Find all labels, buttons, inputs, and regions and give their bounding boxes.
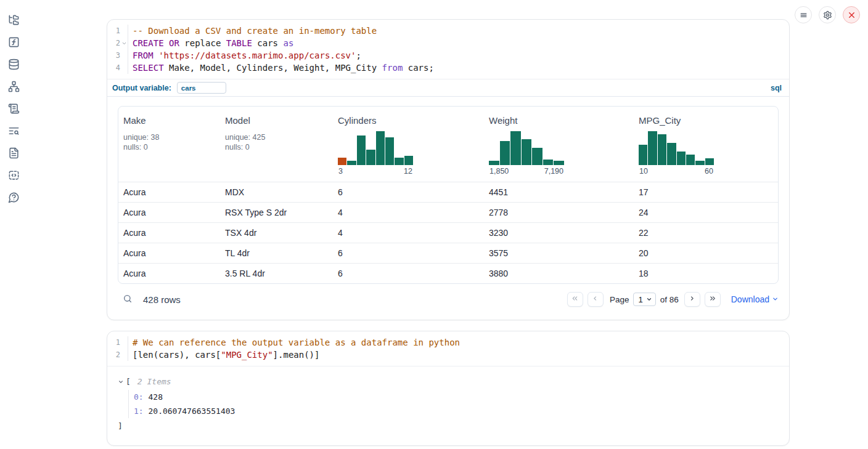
settings-icon [823,10,832,20]
table-cell: 20 [634,248,779,258]
table-row[interactable]: AcuraTL 4dr6357520 [118,243,778,263]
table-cell: TSX 4dr [220,228,333,238]
code-text: -- Download a CSV and create an in-memor… [128,25,789,37]
sidebar-function-square-button[interactable] [7,36,20,48]
table-body: AcuraMDX6445117AcuraRSX Type S 2dr427782… [118,182,778,283]
table-cell: 4 [333,228,484,238]
code-text: FROM 'https://datasets.marimo.app/cars.c… [128,49,789,62]
fold-chevron-icon[interactable] [120,37,128,49]
table-cell: Acura [118,208,220,217]
table-column-header: Makeunique: 38nulls: 0 [118,107,220,182]
column-header-cylinders[interactable]: Cylinders [338,115,479,126]
column-histogram: 312 [338,131,413,176]
chevron-down-icon [772,294,779,304]
line-number: 1 [107,336,120,349]
file-text-icon [8,147,20,159]
sidebar-snippet-code-button[interactable] [7,169,20,181]
histogram-bar [489,161,499,165]
table-row[interactable]: Acura3.5 RL 4dr6388018 [118,263,778,283]
histogram-bar [395,158,403,165]
settings-button[interactable] [819,6,836,23]
histogram-bar [667,143,676,165]
output-variable-input[interactable] [177,82,226,94]
sidebar-text-search-button[interactable] [7,124,20,137]
table-row[interactable]: AcuraRSX Type S 2dr4277824 [118,202,778,222]
table-cell: 17 [634,187,779,197]
fold-gutter [120,349,128,361]
function-square-icon [8,36,20,48]
first-page-button[interactable] [567,292,583,307]
page-select-value: 1 [638,295,642,304]
close-bracket: ] [118,419,779,433]
text-search-icon [8,125,20,137]
histogram-min-label: 1,850 [489,167,509,176]
row-count: 428 rows [143,294,181,305]
next-page-button[interactable] [684,292,700,307]
list-items: 0: 4281: 20.060747663551403 [128,390,779,418]
code-line: 3FROM 'https://datasets.marimo.app/cars.… [107,49,789,62]
shutdown-button[interactable] [843,6,860,23]
menu-icon [799,10,808,20]
sidebar-scroll-text-button[interactable] [7,102,20,115]
scroll-text-icon [8,103,20,115]
sidebar-network-button[interactable] [7,80,20,92]
fold-gutter [120,25,128,37]
code-editor-sql[interactable]: 1-- Download a CSV and create an in-memo… [107,20,789,79]
sidebar-database-button[interactable] [7,58,20,70]
shutdown-icon [847,10,856,20]
table-cell: Acura [118,228,220,238]
histogram-bar [695,161,704,165]
collapse-icon[interactable] [118,379,126,385]
histogram-bar [385,137,394,165]
table-column-header: MPG_City1060 [634,107,779,182]
download-button[interactable]: Download [731,294,779,304]
table-footer: 428 rows Page 1 of 86 [118,285,779,313]
line-number: 3 [107,49,120,62]
pagination: Page 1 of 86 [567,292,721,307]
column-header-make[interactable]: Make [123,115,215,126]
menu-button[interactable] [795,6,812,23]
table-row[interactable]: AcuraMDX6445117 [118,182,778,202]
table-cell: 3230 [484,228,634,238]
histogram-min-label: 10 [639,167,648,176]
prev-page-button[interactable] [588,292,604,307]
download-label: Download [731,294,769,304]
code-text: CREATE OR replace TABLE cars as [128,37,789,49]
column-histogram: 1060 [639,131,714,176]
table-column-header: Cylinders312 [333,107,484,182]
histogram-min-label: 3 [338,167,343,176]
item-key: 0: [134,392,144,402]
sidebar-file-text-button[interactable] [7,147,20,159]
histogram-bar [510,131,521,165]
sidebar-help-circle-button[interactable] [7,191,20,203]
column-header-weight[interactable]: Weight [489,115,629,126]
search-button[interactable] [123,294,133,305]
table-cell: 4451 [484,187,634,197]
output-variable-row: Output variable: sql [107,79,789,97]
histogram-bar [705,158,714,165]
last-page-button[interactable] [705,292,721,307]
table-cell: 3880 [484,269,634,278]
python-cell-output: [ 2 Items 0: 4281: 20.060747663551403 ] [107,366,789,445]
code-editor-python[interactable]: 1# We can reference the output variable … [107,331,789,366]
histogram-bar [532,148,542,165]
code-line: 1# We can reference the output variable … [107,336,789,349]
page-select[interactable]: 1 [633,293,655,306]
histogram-bar [554,161,564,165]
table-row[interactable]: AcuraTSX 4dr4323022 [118,222,778,243]
code-text: SELECT Make, Model, Cylinders, Weight, M… [128,62,789,74]
column-stats: unique: 425nulls: 0 [225,132,328,152]
open-bracket: [ [126,375,131,389]
column-header-model[interactable]: Model [225,115,328,126]
column-header-mpg_city[interactable]: MPG_City [639,115,776,126]
database-icon [8,59,20,70]
sidebar-file-tree-button[interactable] [7,14,20,26]
fold-gutter [120,62,128,74]
list-item: 0: 428 [134,390,779,404]
histogram-bar [376,131,385,165]
code-line: 4SELECT Make, Model, Cylinders, Weight, … [107,62,789,74]
column-stats: unique: 38nulls: 0 [123,132,215,152]
data-table: Makeunique: 38nulls: 0Modelunique: 425nu… [118,106,779,284]
line-number: 2 [107,349,120,361]
code-text: # We can reference the output variable a… [128,336,789,349]
